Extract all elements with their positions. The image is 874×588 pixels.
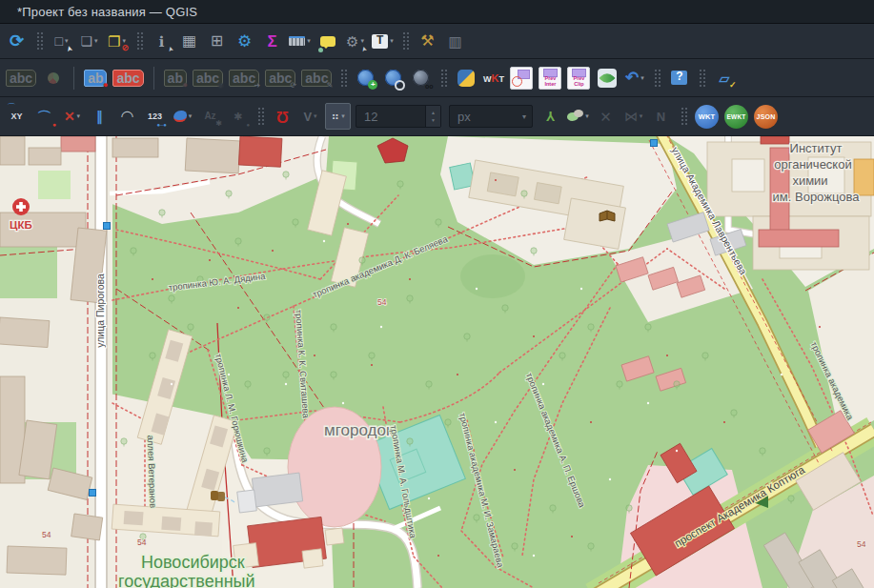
advanced-digitizing-icon-badge: ✱ xyxy=(215,120,222,128)
toolbar-row-2: abcab●abcab●abc◉abc➜abc⟳abc✎+ooWKTPrevIn… xyxy=(0,59,874,97)
map-label: ЦКБ xyxy=(10,219,32,231)
chevron-down-icon[interactable]: ▾ xyxy=(640,74,644,82)
refresh-icon[interactable]: ⟳ xyxy=(4,28,30,54)
window-title: *Проект без названия — QGIS xyxy=(17,5,197,19)
prev-geometry-icon[interactable] xyxy=(508,65,535,91)
label-options-icon[interactable]: ab● xyxy=(82,65,109,91)
layer-diagram-icon[interactable] xyxy=(40,65,66,91)
snapping-mode-icon[interactable]: V▾ xyxy=(297,103,323,130)
python-console-icon[interactable] xyxy=(453,65,478,91)
map-canvas[interactable]: мгородокНовосибирскгосударственныйИнстит… xyxy=(0,136,874,588)
osm-place-search-icon[interactable]: oo xyxy=(408,65,434,91)
identify-features-icon[interactable]: ℹ➤ xyxy=(149,28,174,54)
range-markers-icon-badge: ●–● xyxy=(156,122,167,128)
label-highlight-icon[interactable]: abc xyxy=(111,65,145,91)
chevron-down-icon[interactable]: ▾ xyxy=(522,112,532,121)
chevron-down-icon[interactable]: ▾ xyxy=(341,112,345,120)
chevron-down-icon[interactable]: ▾ xyxy=(314,112,317,120)
vertex-tool-icon-badge: ● xyxy=(52,121,56,128)
metasearch-new-icon[interactable]: + xyxy=(353,65,378,91)
snapping-units-combo[interactable]: px▾ xyxy=(449,105,533,128)
ewkt-button[interactable]: EWKT xyxy=(722,103,750,130)
range-markers-icon[interactable]: 123●–● xyxy=(142,103,168,130)
toolbar-drag-handle[interactable] xyxy=(256,106,264,127)
attribute-table-icon[interactable]: ▦ xyxy=(176,28,202,54)
chevron-down-icon[interactable]: ▾ xyxy=(390,37,394,45)
shape-digitize-icon[interactable]: ▾ xyxy=(170,103,195,130)
vertex-tool-icon[interactable]: ⌒● xyxy=(31,103,57,130)
chevron-down-icon[interactable]: ▾ xyxy=(307,37,311,45)
rotate-label-icon[interactable]: abc⟳ xyxy=(263,65,297,91)
chevron-down-icon[interactable]: ▾ xyxy=(189,112,193,120)
run-feature-action-icon[interactable]: ⚙➤▾ xyxy=(342,28,368,54)
sum-features-icon[interactable]: Σ xyxy=(259,28,285,54)
statistical-summary-icon[interactable]: ⊞ xyxy=(204,28,230,54)
toolbar-drag-handle[interactable] xyxy=(439,68,447,89)
quickmapservices-icon[interactable] xyxy=(594,65,620,91)
coordinate-capture-icon-badge: ⌒ xyxy=(7,103,16,112)
new-layout-icon[interactable]: ▥ xyxy=(442,28,468,54)
theatre-icon xyxy=(211,491,225,501)
snapping-tolerance-spinbox[interactable]: 12▲▼ xyxy=(356,105,441,128)
duplicate-layers-icon[interactable]: ❐⊘▾ xyxy=(104,28,130,54)
snapping-options-icon[interactable]: ⠶▾ xyxy=(325,103,351,130)
advanced-digitizing-icon[interactable]: Az✱ xyxy=(197,103,223,130)
deactivate-tool-icon[interactable]: ✕ xyxy=(593,103,619,130)
copy-style-icon[interactable]: ❏▾ xyxy=(76,28,102,54)
move-label-icon[interactable]: abc➜ xyxy=(227,65,261,91)
construction-guides-icon-badge: ● xyxy=(246,122,250,128)
wkt-button[interactable]: WKT xyxy=(693,103,721,130)
help-icon[interactable]: ? xyxy=(666,65,692,91)
chevron-down-icon[interactable]: ▾ xyxy=(640,112,643,120)
vector-toolbox-icon[interactable]: ⚒ xyxy=(415,28,440,54)
offset-curve-icon[interactable]: ∥ xyxy=(87,103,112,130)
topological-editing-icon[interactable]: Y xyxy=(538,103,563,130)
toolbar-drag-handle[interactable] xyxy=(680,106,687,127)
toolbar-drag-handle[interactable] xyxy=(653,68,661,89)
map-tips-icon[interactable] xyxy=(315,28,340,54)
spin-value[interactable]: 12 xyxy=(356,110,425,124)
duplicate-layers-icon-badge: ⊘ xyxy=(121,44,129,52)
construction-guides-icon[interactable]: ✱● xyxy=(225,103,251,130)
metasearch-icon[interactable] xyxy=(380,65,406,91)
change-label-icon-badge: ✎ xyxy=(327,82,334,90)
text-annotation-icon[interactable]: T▾ xyxy=(370,28,396,54)
check-geometries-icon[interactable]: ▱✓ xyxy=(711,65,737,91)
select-features-icon[interactable]: □➤▾ xyxy=(49,28,74,54)
label-options-icon-badge: ● xyxy=(103,81,108,90)
show-hidden-labels-icon[interactable]: abc◉ xyxy=(191,65,225,91)
chevron-down-icon[interactable]: ▾ xyxy=(94,37,98,45)
chevron-down-icon[interactable]: ▾ xyxy=(585,112,589,120)
prev-intersect-icon[interactable]: PrevInter xyxy=(537,65,563,91)
arc-ruler-icon[interactable]: ◠ xyxy=(114,103,140,130)
avoid-overlap-icon[interactable]: ▾ xyxy=(565,103,591,130)
toolbar-drag-handle[interactable] xyxy=(339,68,347,89)
enable-snapping-icon[interactable]: Ω xyxy=(270,103,295,130)
toolbar-separator xyxy=(153,67,154,90)
chevron-down-icon[interactable]: ▾ xyxy=(360,37,364,45)
toolbar-drag-handle[interactable] xyxy=(401,30,409,51)
run-feature-action-icon-badge: ➤ xyxy=(360,46,368,52)
split-features-icon[interactable]: ⋈▾ xyxy=(620,103,646,130)
chevron-down-icon[interactable]: ▾ xyxy=(65,37,69,45)
measure-icon[interactable]: ▾ xyxy=(287,28,313,54)
toolbar-drag-handle[interactable] xyxy=(135,30,143,51)
toolbar-drag-handle[interactable] xyxy=(698,68,705,89)
pin-labels-icon[interactable]: ab● xyxy=(162,65,189,91)
prev-clip-icon[interactable]: PrevClip xyxy=(565,65,592,91)
coordinate-capture-icon[interactable]: XY⌒ xyxy=(4,103,30,130)
rotate-label-icon-badge: ⟳ xyxy=(291,82,297,90)
processing-toolbox-icon[interactable]: ⚙ xyxy=(232,28,257,54)
wkt-plugin-icon[interactable]: WKT xyxy=(480,65,506,91)
json-button[interactable]: JSON xyxy=(752,103,780,130)
delete-vertex-icon[interactable]: ✕▾ xyxy=(59,103,85,130)
chevron-down-icon[interactable]: ▾ xyxy=(77,112,81,120)
change-label-icon[interactable]: abc✎ xyxy=(299,65,334,91)
layer-labeling-options-icon[interactable]: abc xyxy=(4,65,38,91)
toolbar-drag-handle[interactable] xyxy=(35,30,43,51)
redo-history-icon[interactable]: ↶▾ xyxy=(621,65,647,91)
spin-arrows[interactable]: ▲▼ xyxy=(425,106,440,127)
trace-icon[interactable]: N xyxy=(648,103,674,130)
combo-value[interactable]: px xyxy=(450,110,522,124)
map-label: органической xyxy=(774,157,851,172)
